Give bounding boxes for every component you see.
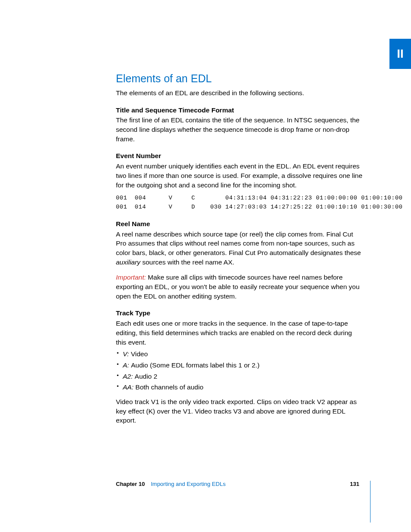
definition: Audio 2	[135, 373, 158, 380]
section-tab: II	[389, 39, 411, 69]
text-span: sources with the reel name AX.	[140, 258, 234, 266]
code-block: 001 004 V C 04:31:13:04 04:31:22:23 01:0…	[116, 194, 364, 212]
body-text: Each edit uses one or more tracks in the…	[116, 319, 364, 347]
important-note: Important: Make sure all clips with time…	[116, 273, 364, 301]
section-reel-name: Reel Name A reel name describes which so…	[116, 219, 364, 267]
term: A:	[123, 361, 131, 369]
body-text: Video track V1 is the only video track e…	[116, 397, 364, 425]
page-number: 131	[350, 481, 359, 487]
subheading: Reel Name	[116, 219, 364, 229]
list-item: A: Audio (Some EDL formats label this 1 …	[116, 361, 364, 370]
italic-term: auxiliary	[116, 258, 140, 266]
chapter-title: Importing and Exporting EDLs	[151, 481, 225, 487]
list-item: A2: Audio 2	[116, 372, 364, 381]
important-label: Important:	[116, 274, 148, 281]
bullet-list: V: Video A: Audio (Some EDL formats labe…	[116, 349, 364, 392]
page-content: Elements of an EDL The elements of an ED…	[116, 71, 364, 425]
text-span: A reel name describes which source tape …	[116, 230, 361, 256]
chapter-label: Chapter 10	[116, 481, 145, 487]
text-span: Make sure all clips with timecode source…	[116, 274, 360, 299]
definition: Both channels of audio	[135, 383, 203, 391]
subheading: Event Number	[116, 151, 364, 161]
body-text: Important: Make sure all clips with time…	[116, 273, 364, 301]
section-title-timecode: Title and Sequence Timecode Format The f…	[116, 106, 364, 144]
page-footer: Chapter 10 Importing and Exporting EDLs …	[116, 481, 364, 487]
body-text: A reel name describes which source tape …	[116, 230, 364, 267]
body-text: An event number uniquely identifies each…	[116, 162, 364, 190]
term: AA:	[123, 383, 135, 391]
intro-text: The elements of an EDL are described in …	[116, 88, 364, 98]
body-text: The first line of an EDL contains the ti…	[116, 115, 364, 143]
subheading: Track Type	[116, 308, 364, 318]
right-margin-rule	[370, 481, 371, 523]
term: V:	[123, 350, 131, 358]
list-item: V: Video	[116, 349, 364, 359]
subheading: Title and Sequence Timecode Format	[116, 106, 364, 115]
list-item: AA: Both channels of audio	[116, 383, 364, 392]
definition: Audio (Some EDL formats label this 1 or …	[131, 361, 259, 369]
section-track-type: Track Type Each edit uses one or more tr…	[116, 308, 364, 425]
term: A2:	[123, 373, 135, 380]
section-event-number: Event Number An event number uniquely id…	[116, 151, 364, 212]
page-heading: Elements of an EDL	[116, 71, 364, 86]
definition: Video	[131, 350, 148, 358]
